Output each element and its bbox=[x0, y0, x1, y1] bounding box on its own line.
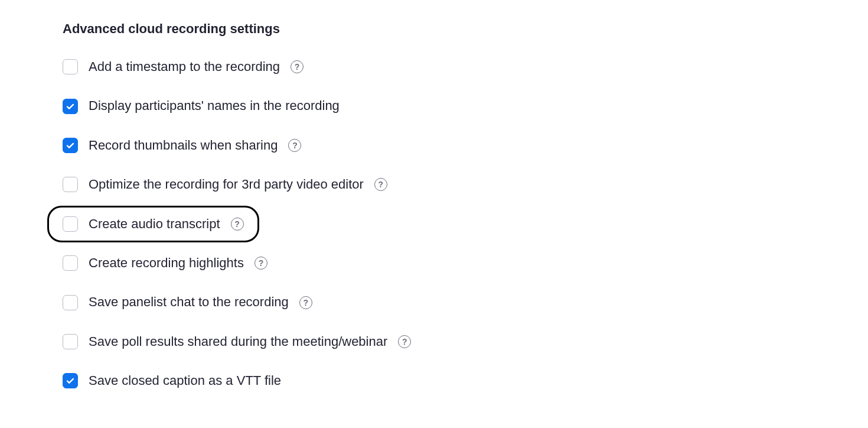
checkbox-create-transcript[interactable] bbox=[63, 216, 78, 232]
help-icon[interactable]: ? bbox=[291, 60, 304, 73]
option-row-record-thumbnails: Record thumbnails when sharing? bbox=[63, 137, 868, 154]
checkbox-save-panelist-chat[interactable] bbox=[63, 295, 78, 310]
option-row-save-panelist-chat: Save panelist chat to the recording? bbox=[63, 293, 868, 311]
checkbox-create-highlights[interactable] bbox=[63, 255, 78, 271]
option-label-save-vtt[interactable]: Save closed caption as a VTT file bbox=[89, 373, 281, 388]
option-row-display-names: Display participants' names in the recor… bbox=[63, 97, 868, 115]
help-icon[interactable]: ? bbox=[398, 335, 411, 348]
option-row-create-transcript: Create audio transcript? bbox=[63, 215, 868, 233]
checkbox-record-thumbnails[interactable] bbox=[63, 138, 78, 153]
option-row-create-highlights: Create recording highlights? bbox=[63, 254, 868, 272]
option-label-create-highlights[interactable]: Create recording highlights bbox=[89, 255, 244, 271]
options-list: Add a timestamp to the recording?Display… bbox=[63, 58, 868, 411]
option-label-save-panelist-chat[interactable]: Save panelist chat to the recording bbox=[89, 294, 289, 310]
checkmark-icon bbox=[66, 102, 75, 111]
help-icon[interactable]: ? bbox=[288, 139, 301, 152]
help-icon[interactable]: ? bbox=[231, 218, 244, 231]
help-icon[interactable]: ? bbox=[299, 296, 312, 309]
checkbox-optimize-3rd-party[interactable] bbox=[63, 177, 78, 192]
option-label-create-transcript[interactable]: Create audio transcript bbox=[89, 216, 220, 232]
option-label-save-poll-results[interactable]: Save poll results shared during the meet… bbox=[89, 334, 387, 349]
help-icon[interactable]: ? bbox=[254, 257, 267, 270]
section-title: Advanced cloud recording settings bbox=[63, 21, 868, 37]
help-icon[interactable]: ? bbox=[374, 178, 387, 191]
option-row-save-vtt: Save closed caption as a VTT file bbox=[63, 372, 868, 390]
checkbox-display-names[interactable] bbox=[63, 99, 78, 114]
checkbox-add-timestamp[interactable] bbox=[63, 59, 78, 74]
checkbox-save-vtt[interactable] bbox=[63, 373, 78, 388]
option-label-display-names[interactable]: Display participants' names in the recor… bbox=[89, 98, 340, 114]
checkmark-icon bbox=[66, 376, 75, 385]
option-label-record-thumbnails[interactable]: Record thumbnails when sharing bbox=[89, 138, 278, 153]
option-row-optimize-3rd-party: Optimize the recording for 3rd party vid… bbox=[63, 176, 868, 193]
checkmark-icon bbox=[66, 141, 75, 150]
checkbox-save-poll-results[interactable] bbox=[63, 334, 78, 349]
option-row-add-timestamp: Add a timestamp to the recording? bbox=[63, 58, 868, 76]
option-row-save-poll-results: Save poll results shared during the meet… bbox=[63, 333, 868, 351]
option-label-add-timestamp[interactable]: Add a timestamp to the recording bbox=[89, 59, 280, 74]
option-label-optimize-3rd-party[interactable]: Optimize the recording for 3rd party vid… bbox=[89, 177, 364, 192]
